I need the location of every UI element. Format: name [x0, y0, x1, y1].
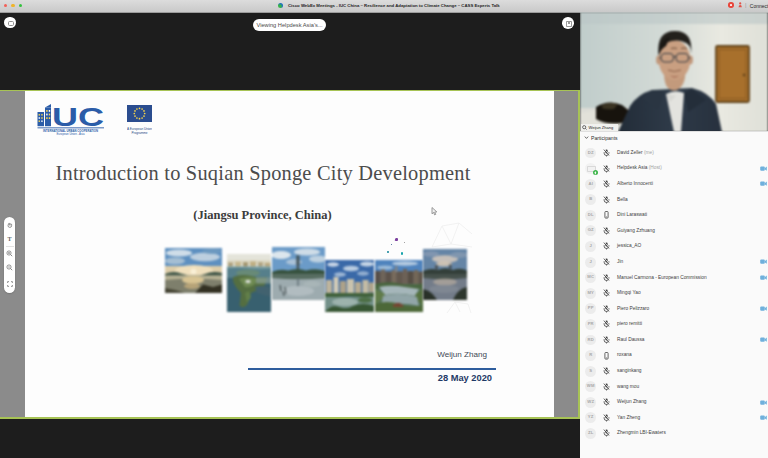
svg-text:Programme: Programme: [131, 131, 147, 135]
svg-text:European Union - Asia: European Union - Asia: [57, 132, 85, 136]
